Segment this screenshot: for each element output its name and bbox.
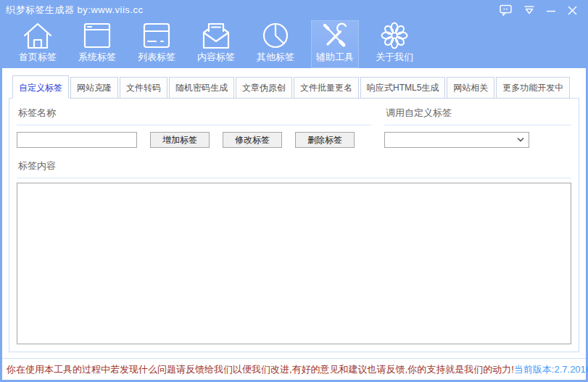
tag-content-textarea[interactable]	[17, 183, 571, 344]
toolbar-item-tools[interactable]: 辅助工具	[311, 20, 359, 68]
toolbar-item-label: 首页标签	[19, 51, 57, 64]
tab-5[interactable]: 文章伪原创	[236, 77, 292, 99]
toolbar-item-mail[interactable]: 内容标签	[192, 20, 240, 68]
toolbar-item-window[interactable]: 系统标签	[73, 20, 121, 68]
toolbar-item-label: 其他标签	[257, 51, 294, 64]
toolbar-item-flower[interactable]: 关于我们	[370, 20, 418, 68]
call-custom-tag-section: 调用自定义标签	[384, 104, 571, 148]
minimize-button[interactable]	[546, 5, 556, 15]
call-custom-tag-label: 调用自定义标签	[384, 104, 571, 125]
chevron-down-icon	[516, 137, 529, 143]
window-controls	[500, 4, 578, 16]
title-bar: 织梦标签生成器 by:www.viis.cc	[2, 0, 586, 20]
tab-3[interactable]: 文件转码	[120, 77, 167, 99]
tab-2[interactable]: 网站克隆	[70, 77, 118, 99]
toolbar: 首页标签系统标签列表标签内容标签其他标签辅助工具关于我们	[2, 20, 586, 68]
custom-tag-panel: 标签名称 增加标签修改标签删除标签 调用自定义标签 标签内容	[9, 98, 579, 352]
close-button[interactable]	[567, 5, 578, 16]
home-icon	[22, 21, 54, 50]
window-icon	[81, 21, 113, 50]
flower-icon	[378, 21, 410, 50]
toolbar-item-pie-chart[interactable]: 其他标签	[252, 20, 299, 68]
modify-tag-button[interactable]: 修改标签	[223, 132, 282, 148]
custom-tag-dropdown[interactable]	[384, 132, 529, 148]
tab-7[interactable]: 响应式HTML5生成	[360, 77, 445, 99]
tools-icon	[319, 21, 351, 50]
tab-1[interactable]: 自定义标签	[12, 75, 69, 99]
tag-content-label: 标签内容	[17, 157, 571, 178]
main-content: 自定义标签网站克隆文件转码随机密码生成文章伪原创文件批量更名响应式HTML5生成…	[2, 68, 586, 358]
app-window: 织梦标签生成器 by:www.viis.cc 首页标签系统标签列表标签内容标签其…	[0, 0, 588, 382]
version-label: 当前版本:2.7.20161010	[514, 363, 588, 376]
pie-chart-icon	[260, 21, 291, 50]
toolbar-item-label: 辅助工具	[316, 51, 354, 64]
toolbar-item-label: 内容标签	[197, 51, 235, 64]
tab-strip: 自定义标签网站克隆文件转码随机密码生成文章伪原创文件批量更名响应式HTML5生成…	[9, 77, 579, 99]
tag-name-label: 标签名称	[17, 104, 371, 125]
tab-9[interactable]: 更多功能开发中	[496, 77, 570, 99]
list-card-icon	[141, 21, 173, 50]
tag-name-section: 标签名称 增加标签修改标签删除标签	[17, 104, 371, 148]
tab-8[interactable]: 网站相关	[447, 77, 494, 99]
mail-icon	[200, 21, 232, 50]
tag-name-input[interactable]	[17, 132, 137, 148]
toolbar-item-list-card[interactable]: 列表标签	[133, 20, 181, 68]
feedback-icon[interactable]	[500, 4, 513, 16]
tab-4[interactable]: 随机密码生成	[169, 77, 234, 99]
toolbar-item-label: 列表标签	[138, 51, 175, 64]
toolbar-item-label: 关于我们	[376, 51, 413, 64]
status-message: 你在使用本工具的过程中若发现什么问题请反馈给我们以便我们改进,有好的意见和建议也…	[7, 363, 514, 376]
toolbar-item-label: 系统标签	[78, 51, 116, 64]
toolbar-item-home[interactable]: 首页标签	[14, 20, 62, 68]
add-tag-button[interactable]: 增加标签	[150, 132, 210, 148]
delete-tag-button[interactable]: 删除标签	[295, 132, 355, 148]
tag-buttons: 增加标签修改标签删除标签	[150, 132, 355, 148]
window-title: 织梦标签生成器 by:www.viis.cc	[6, 4, 500, 17]
tab-6[interactable]: 文件批量更名	[294, 77, 359, 99]
status-bar: 你在使用本工具的过程中若发现什么问题请反馈给我们以便我们改进,有好的意见和建议也…	[2, 358, 586, 380]
skin-dropdown-icon[interactable]	[523, 5, 535, 15]
